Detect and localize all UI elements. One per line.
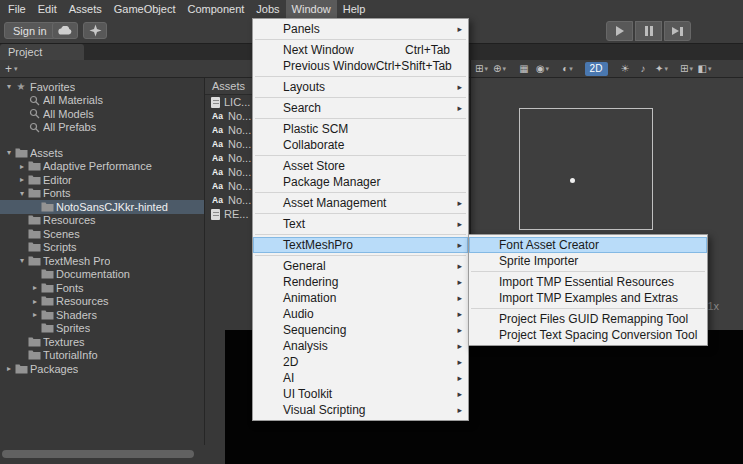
- menubar-item[interactable]: Help: [337, 0, 372, 18]
- pause-button[interactable]: [635, 21, 662, 41]
- expand-arrow-icon[interactable]: ▸: [30, 297, 40, 306]
- tree-item[interactable]: All Models: [0, 107, 204, 121]
- menu-item[interactable]: Rendering ▸: [253, 274, 468, 290]
- menubar-item[interactable]: Edit: [32, 0, 63, 18]
- tree-item[interactable]: ▸ Editor: [0, 173, 204, 187]
- menu-item[interactable]: Asset Management ▸: [253, 195, 468, 211]
- submenu-item[interactable]: Import TMP Examples and Extras: [469, 290, 707, 306]
- tree-item[interactable]: ▸ Adaptive Performance: [0, 160, 204, 174]
- tree-item[interactable]: TutorialInfo: [0, 349, 204, 363]
- services-button[interactable]: [83, 22, 107, 39]
- menu-item[interactable]: UI Toolkit ▸: [253, 386, 468, 402]
- menu-item[interactable]: Text ▸: [253, 216, 468, 232]
- sign-in-button[interactable]: Sign in: [4, 22, 56, 39]
- menu-item[interactable]: Layouts ▸: [253, 79, 468, 95]
- menu-item[interactable]: AI ▸: [253, 370, 468, 386]
- menu-item-label: Asset Management: [283, 196, 386, 210]
- scene-toolbar-button[interactable]: ⊞ ▾: [474, 62, 489, 76]
- menu-item[interactable]: General ▸: [253, 258, 468, 274]
- menu-item[interactable]: 2D ▸: [253, 354, 468, 370]
- submenu-item[interactable]: Import TMP Essential Resources: [469, 274, 707, 290]
- scene-toolbar-button-glyph-icon: 2D: [590, 63, 603, 74]
- scene-toolbar-button-glyph-icon: ☀: [621, 63, 630, 74]
- submenu-item[interactable]: Sprite Importer: [469, 253, 707, 269]
- scene-toolbar-button[interactable]: ♪: [636, 62, 651, 76]
- scene-toolbar-button[interactable]: ◉ ▾: [535, 62, 550, 76]
- scrollbar-thumb[interactable]: [2, 450, 194, 458]
- cloud-button[interactable]: [52, 22, 78, 39]
- menu-item-label: Panels: [283, 22, 320, 36]
- expand-arrow-icon[interactable]: ▾: [4, 82, 14, 91]
- scene-toolbar-button[interactable]: ▦: [517, 62, 532, 76]
- tree-item[interactable]: All Materials: [0, 94, 204, 108]
- menu-item[interactable]: Asset Store: [253, 158, 468, 174]
- folder-icon: [27, 229, 41, 239]
- scene-toolbar-button[interactable]: ✦ ▾: [654, 62, 669, 76]
- step-button[interactable]: [664, 21, 691, 41]
- menu-item[interactable]: TextMeshPro ▸: [253, 237, 468, 253]
- menubar-item-label: Component: [187, 3, 244, 15]
- tree-item[interactable]: ▾ ★ Favorites: [0, 80, 204, 94]
- submenu-item[interactable]: Font Asset Creator: [469, 237, 707, 253]
- tree-item[interactable]: Documentation: [0, 268, 204, 282]
- menubar-item[interactable]: Component: [181, 0, 250, 18]
- submenu-arrow-icon: ▸: [457, 373, 462, 383]
- menu-item[interactable]: Plastic SCM: [253, 121, 468, 137]
- tree-item[interactable]: ▸ Resources: [0, 295, 204, 309]
- tree-item[interactable]: ▸ Fonts: [0, 281, 204, 295]
- expand-arrow-icon[interactable]: ▸: [17, 175, 27, 184]
- scene-toolbar-button[interactable]: 2D: [585, 62, 608, 76]
- submenu-arrow-icon: ▸: [457, 293, 462, 303]
- tree-item[interactable]: ▾ Fonts: [0, 187, 204, 201]
- expand-arrow-icon[interactable]: ▾: [4, 148, 14, 157]
- asset-file-label: No...: [228, 138, 251, 150]
- menubar-item[interactable]: GameObject: [108, 0, 182, 18]
- menubar-item[interactable]: Window: [286, 0, 337, 18]
- play-button[interactable]: [606, 21, 633, 41]
- expand-arrow-icon[interactable]: ▸: [4, 364, 14, 373]
- menu-item[interactable]: Package Manager: [253, 174, 468, 190]
- menu-item[interactable]: Previous Window Ctrl+Shift+Tab: [253, 58, 468, 74]
- menu-item[interactable]: Analysis ▸: [253, 338, 468, 354]
- tree-item[interactable]: ▾ Assets: [0, 146, 204, 160]
- menu-item-label: Plastic SCM: [283, 122, 348, 136]
- submenu-item[interactable]: Project Files GUID Remapping Tool: [469, 311, 707, 327]
- expand-arrow-icon[interactable]: ▾: [17, 189, 27, 198]
- create-asset-button[interactable]: + ▾: [5, 61, 18, 76]
- tree-item[interactable]: Sprites: [0, 322, 204, 336]
- play-icon: [616, 26, 624, 36]
- chevron-down-icon: ▾: [708, 65, 712, 73]
- menubar-item[interactable]: Jobs: [250, 0, 285, 18]
- tree-item[interactable]: ▸ Shaders: [0, 308, 204, 322]
- menu-item[interactable]: Animation ▸: [253, 290, 468, 306]
- scene-toolbar-button[interactable]: ◐ ▾: [560, 62, 575, 76]
- tree-item[interactable]: NotoSansCJKkr-hinted: [0, 200, 204, 214]
- submenu-item[interactable]: Project Text Spacing Conversion Tool: [469, 327, 707, 343]
- menu-item[interactable]: Sequencing ▸: [253, 322, 468, 338]
- menu-item[interactable]: Next Window Ctrl+Tab: [253, 42, 468, 58]
- menu-item[interactable]: Visual Scripting ▸: [253, 402, 468, 418]
- folder-icon: [40, 323, 54, 333]
- tree-item[interactable]: Resources: [0, 214, 204, 228]
- tree-item[interactable]: ▾ TextMesh Pro: [0, 254, 204, 268]
- expand-arrow-icon[interactable]: ▸: [17, 162, 27, 171]
- tab-project[interactable]: Project: [0, 44, 84, 60]
- scene-toolbar-button[interactable]: ◧ ▾: [697, 62, 712, 76]
- expand-arrow-icon[interactable]: ▸: [30, 283, 40, 292]
- expand-arrow-icon[interactable]: ▸: [30, 310, 40, 319]
- scene-toolbar-button[interactable]: ⊞ ▾: [679, 62, 694, 76]
- menubar-item[interactable]: File: [2, 0, 32, 18]
- menu-item[interactable]: Search ▸: [253, 100, 468, 116]
- tree-item[interactable]: Scenes: [0, 227, 204, 241]
- tree-item[interactable]: All Prefabs: [0, 121, 204, 135]
- expand-arrow-icon[interactable]: ▾: [17, 256, 27, 265]
- menu-item[interactable]: Panels ▸: [253, 21, 468, 37]
- menubar-item[interactable]: Assets: [63, 0, 108, 18]
- menu-item[interactable]: Audio ▸: [253, 306, 468, 322]
- tree-item[interactable]: ▸ Packages: [0, 362, 204, 376]
- scene-toolbar-button[interactable]: ⊕ ▾: [492, 62, 507, 76]
- scene-toolbar-button[interactable]: ☀: [618, 62, 633, 76]
- tree-item[interactable]: Scripts: [0, 241, 204, 255]
- menu-item[interactable]: Collaborate: [253, 137, 468, 153]
- tree-item[interactable]: Textures: [0, 335, 204, 349]
